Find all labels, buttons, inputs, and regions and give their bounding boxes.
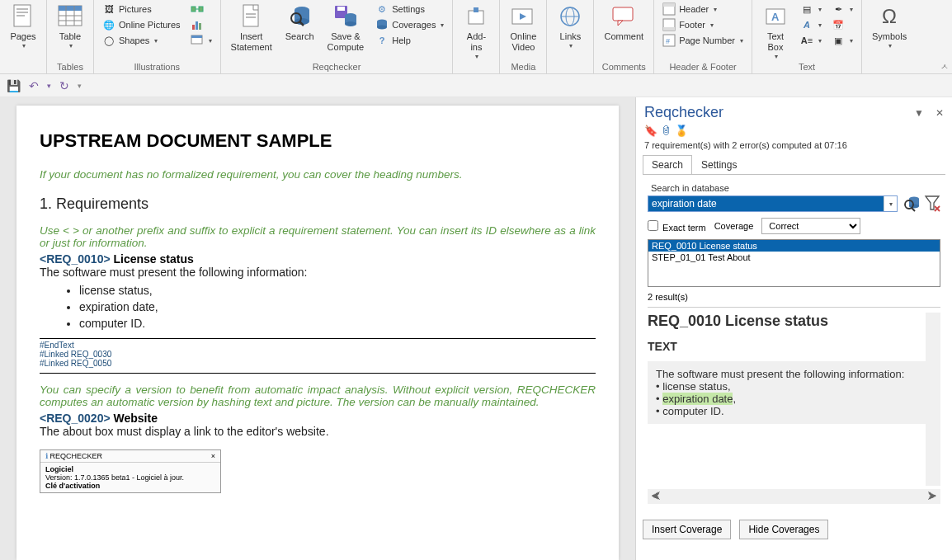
screenshot-icon — [191, 34, 204, 47]
save-icon[interactable]: 💾 — [7, 79, 21, 92]
close-icon[interactable]: × — [211, 452, 215, 460]
group-addins: Add- ins ▾ — [453, 0, 500, 73]
online-video-button[interactable]: Online Video — [505, 2, 541, 54]
links-button[interactable]: Links ▾ — [552, 2, 588, 51]
insert-statement-button[interactable]: Insert Statement — [226, 2, 277, 54]
page-number-button[interactable]: #Page Number▾ — [659, 33, 747, 48]
text-box-button[interactable]: A Text Box ▾ — [757, 2, 794, 62]
scroll-down-icon[interactable]: ⮟ — [929, 476, 938, 486]
qat-customize[interactable]: ▾ — [78, 82, 82, 90]
pages-button[interactable]: Pages ▾ — [5, 2, 41, 51]
smartart-button[interactable] — [187, 2, 215, 16]
quick-parts-button[interactable]: ▤▾ — [797, 2, 825, 16]
chevron-down-icon: ▾ — [888, 42, 892, 49]
exact-term-checkbox[interactable]: Exact term — [648, 220, 706, 233]
about-line: Logiciel — [45, 465, 215, 473]
list-item: license status, — [79, 282, 596, 299]
help-icon: ? — [375, 34, 389, 47]
award-icon[interactable]: 🏅 — [675, 125, 688, 137]
symbols-button[interactable]: Ω Symbols ▾ — [867, 2, 912, 51]
svg-rect-35 — [474, 7, 478, 12]
shapes-button[interactable]: ◯Shapes▾ — [99, 33, 184, 48]
req-0020-text: The about box must display a link to the… — [40, 425, 596, 438]
insert-coverage-button[interactable]: Insert Coverage — [643, 520, 731, 539]
search-db-icon — [286, 3, 313, 30]
signature-button[interactable]: ✒▾ — [828, 2, 856, 16]
help-button[interactable]: ?Help — [372, 33, 447, 48]
drop-cap-button[interactable]: A≡▾ — [797, 33, 825, 48]
wordart-icon: A — [800, 18, 813, 31]
detail-item: • computer ID. — [656, 405, 917, 417]
chevron-down-icon: ▾ — [775, 53, 778, 60]
tab-settings[interactable]: Settings — [692, 155, 746, 175]
req-0020-heading: <REQ_0020> Website — [40, 412, 596, 425]
result-row[interactable]: STEP_01_01 Test About — [648, 252, 940, 263]
object-icon: ▣ — [832, 34, 845, 47]
date-time-button[interactable]: 📅 — [828, 17, 856, 32]
detail-item: • expiration date, — [656, 393, 917, 405]
list-item: expiration date, — [79, 299, 596, 315]
header-button[interactable]: Header▾ — [659, 2, 747, 16]
document-area[interactable]: UPSTREAM DOCUMENT SAMPLE If your documen… — [0, 97, 635, 560]
online-pictures-button[interactable]: 🌐Online Pictures — [99, 17, 184, 32]
document-icon — [238, 3, 265, 30]
pictures-button[interactable]: 🖼Pictures — [99, 2, 184, 16]
coverage-select[interactable]: Correct — [761, 218, 860, 234]
group-links: Links ▾ — [547, 0, 594, 73]
save-compute-button[interactable]: Save & Compute — [323, 2, 370, 54]
settings-button[interactable]: ⚙Settings — [372, 2, 447, 16]
table-button[interactable]: Table ▾ — [52, 2, 88, 51]
scroll-left-icon[interactable]: ⮜ — [651, 491, 661, 502]
tag-icon[interactable]: 🔖 — [644, 125, 657, 137]
online-picture-icon: 🌐 — [102, 18, 115, 31]
collapse-ribbon-button[interactable]: ㅅ — [940, 61, 949, 73]
coverages-button[interactable]: Coverages▾ — [372, 17, 447, 32]
undo-dropdown[interactable]: ▾ — [47, 82, 51, 90]
search-button[interactable]: Search — [280, 2, 319, 44]
scroll-right-icon[interactable]: ⮞ — [927, 491, 937, 502]
wordart-button[interactable]: A▾ — [797, 17, 825, 32]
table-icon — [57, 3, 83, 30]
desc-text-2: You can specify a version to benefit fro… — [40, 384, 596, 408]
result-row[interactable]: REQ_0010 License status — [648, 240, 940, 252]
search-input[interactable] — [648, 196, 884, 211]
clear-filter-icon[interactable] — [924, 195, 940, 213]
svg-rect-20 — [246, 16, 256, 18]
chevron-down-icon[interactable]: ▾ — [884, 196, 897, 211]
chart-button[interactable] — [187, 17, 215, 32]
horizontal-scrollbar[interactable]: ⮜⮞ — [648, 489, 940, 504]
addins-label: Add- ins — [467, 31, 486, 53]
group-label-illustrations: Illustrations — [99, 62, 215, 73]
coverage-label: Coverage — [714, 221, 754, 231]
comment-label: Comment — [604, 31, 643, 42]
database-icon[interactable]: 🛢 — [661, 125, 672, 137]
chevron-down-icon: ▾ — [69, 42, 73, 49]
svg-rect-44 — [663, 3, 675, 7]
search-combo[interactable]: ▾ — [648, 195, 898, 212]
video-icon — [510, 3, 536, 30]
workspace: UPSTREAM DOCUMENT SAMPLE If your documen… — [0, 97, 952, 560]
redo-icon[interactable]: ↻ — [59, 79, 69, 92]
object-button[interactable]: ▣▾ — [828, 33, 856, 48]
scroll-up-icon[interactable]: ⮝ — [929, 313, 938, 322]
svg-rect-1 — [16, 8, 28, 10]
vertical-scrollbar[interactable]: ⮝⮟ — [926, 313, 940, 486]
results-list[interactable]: REQ_0010 License status STEP_01_01 Test … — [648, 239, 940, 287]
addins-button[interactable]: Add- ins ▾ — [458, 2, 494, 62]
undo-icon[interactable]: ↶ — [29, 79, 39, 92]
omega-icon: Ω — [876, 3, 903, 30]
group-label-text: Text — [757, 62, 856, 73]
footer-button[interactable]: Footer▾ — [659, 17, 747, 32]
hide-coverages-button[interactable]: Hide Coverages — [739, 520, 828, 539]
signature-icon: ✒ — [832, 2, 845, 16]
close-icon[interactable]: ✕ — [936, 107, 944, 119]
detail-title: REQ_0010 License status — [648, 313, 926, 330]
tab-search[interactable]: Search — [643, 155, 692, 175]
comment-button[interactable]: Comment — [599, 2, 648, 44]
group-symbols: Ω Symbols ▾ — [862, 0, 917, 73]
textbox-icon: A — [762, 3, 789, 30]
parts-icon: ▤ — [800, 2, 813, 16]
panel-menu-icon[interactable]: ▼ — [914, 107, 924, 119]
search-db-icon[interactable] — [903, 195, 921, 213]
screenshot-button[interactable]: ▾ — [187, 33, 215, 48]
